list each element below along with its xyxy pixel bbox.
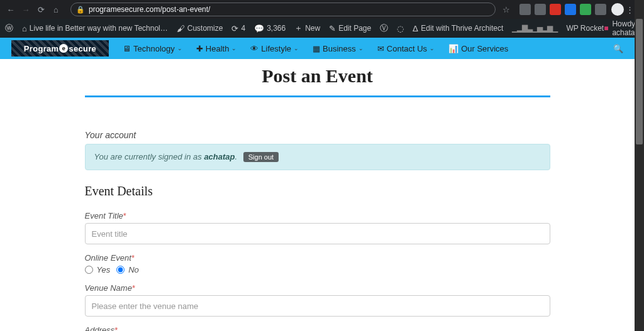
wp-site-title: Live life in Better way with new Technol… bbox=[30, 24, 168, 33]
nav-label: Business bbox=[323, 44, 356, 53]
sign-out-button[interactable]: Sign out bbox=[243, 152, 279, 162]
nav-icon: 🖥 bbox=[123, 44, 131, 53]
ext-5-icon[interactable] bbox=[580, 4, 591, 15]
wp-customize[interactable]: 🖌Customize bbox=[177, 24, 223, 33]
scrollbar-thumb[interactable] bbox=[636, 19, 643, 144]
nav-health[interactable]: ✚Health⌄ bbox=[196, 44, 237, 53]
address-bar[interactable]: 🔒 programesecure.com/post-an-event/ bbox=[70, 3, 496, 16]
plus-icon: ＋ bbox=[294, 23, 303, 34]
search-button[interactable]: 🔍 bbox=[613, 44, 623, 53]
nav-contact-us[interactable]: ✉Contact Us⌄ bbox=[377, 44, 435, 53]
wp-logo[interactable]: ⓦ bbox=[5, 23, 13, 34]
wp-rocket[interactable]: WP Rocket bbox=[566, 24, 604, 33]
nav-label: Contact Us bbox=[387, 44, 427, 53]
venue-label: Venue Name* bbox=[85, 283, 550, 293]
wp-new-label: New bbox=[305, 24, 320, 33]
online-yes-radio[interactable] bbox=[85, 266, 93, 274]
chevron-down-icon: ⌄ bbox=[177, 45, 182, 52]
nav-icon: 📊 bbox=[448, 44, 458, 53]
event-title-label: Event Title* bbox=[85, 211, 550, 220]
event-details-heading: Event Details bbox=[85, 184, 550, 198]
page-scrollbar[interactable] bbox=[635, 0, 644, 331]
nav-technology[interactable]: 🖥Technology⌄ bbox=[123, 44, 182, 53]
search-icon: 🔍 bbox=[613, 44, 623, 53]
vault-icon: Ⓥ bbox=[380, 23, 388, 34]
wp-vault[interactable]: Ⓥ bbox=[380, 23, 388, 34]
wp-opt[interactable]: ◌ bbox=[397, 24, 404, 33]
ext-6-icon[interactable] bbox=[595, 4, 606, 15]
nav-lifestyle[interactable]: 👁Lifestyle⌄ bbox=[250, 44, 299, 53]
event-title-input[interactable] bbox=[85, 223, 550, 244]
required-mark: * bbox=[123, 211, 126, 220]
notice-prefix: You are currently signed in as bbox=[94, 152, 204, 161]
required-mark: * bbox=[132, 283, 135, 293]
online-yes-label: Yes bbox=[97, 265, 111, 274]
online-no-label: No bbox=[128, 265, 139, 274]
site-logo[interactable]: Program e secure bbox=[11, 40, 109, 57]
ext-2-icon[interactable] bbox=[535, 4, 546, 15]
chevron-down-icon: ⌄ bbox=[294, 45, 299, 52]
notice-user: achatap bbox=[204, 152, 235, 161]
wp-notif[interactable]: ■ bbox=[604, 24, 608, 33]
online-no-radio[interactable] bbox=[116, 266, 125, 274]
account-heading: Your account bbox=[85, 130, 550, 140]
chevron-down-icon: ⌄ bbox=[430, 45, 435, 52]
nav-icon: ▦ bbox=[313, 44, 320, 53]
wp-site-link[interactable]: ⌂Live life in Better way with new Techno… bbox=[22, 24, 168, 33]
nav-our-services[interactable]: 📊Our Services bbox=[448, 44, 508, 53]
pencil-icon: ✎ bbox=[329, 24, 336, 33]
online-event-label: Online Event* bbox=[85, 253, 550, 263]
thrive-icon: ᐃ bbox=[413, 24, 418, 33]
wp-edit-page[interactable]: ✎Edit Page bbox=[329, 24, 371, 33]
required-mark: * bbox=[114, 325, 118, 331]
circle-icon: ◌ bbox=[397, 24, 404, 33]
brush-icon: 🖌 bbox=[177, 24, 185, 33]
nav-label: Our Services bbox=[461, 44, 508, 53]
toolbar-extensions: ☆ ⋮ bbox=[501, 3, 639, 16]
ext-1-icon[interactable] bbox=[519, 4, 531, 15]
ext-3-icon[interactable] bbox=[550, 4, 561, 15]
home-icon: ⌂ bbox=[22, 24, 27, 33]
home-icon[interactable]: ⌂ bbox=[50, 5, 62, 14]
profile-avatar[interactable] bbox=[611, 3, 624, 16]
logo-text-a: Program bbox=[24, 44, 59, 53]
required-mark: * bbox=[131, 253, 135, 263]
back-icon[interactable]: ← bbox=[5, 5, 16, 14]
venue-input[interactable] bbox=[85, 295, 550, 317]
menu-icon[interactable]: ⋮ bbox=[624, 5, 635, 14]
nav-label: Health bbox=[206, 44, 230, 53]
url-text: programesecure.com/post-an-event/ bbox=[89, 5, 210, 14]
bell-icon: ■ bbox=[604, 24, 608, 33]
chevron-down-icon: ⌄ bbox=[358, 45, 364, 52]
wp-customize-label: Customize bbox=[187, 24, 223, 33]
wp-updates-count: 4 bbox=[241, 24, 245, 33]
update-icon: ⟳ bbox=[231, 24, 238, 33]
logo-e-icon: e bbox=[59, 44, 68, 53]
event-title-label-text: Event Title bbox=[85, 211, 123, 220]
online-event-label-text: Online Event bbox=[85, 253, 131, 263]
wp-sparkline: ▁▂▇▃▁▅▂▆▁ bbox=[512, 24, 557, 33]
wp-thrive[interactable]: ᐃEdit with Thrive Architect bbox=[413, 24, 503, 33]
nav-business[interactable]: ▦Business⌄ bbox=[313, 44, 364, 53]
wp-new[interactable]: ＋New bbox=[294, 23, 320, 34]
reload-icon[interactable]: ⟳ bbox=[35, 5, 47, 14]
browser-toolbar: ← → ⟳ ⌂ 🔒 programesecure.com/post-an-eve… bbox=[0, 0, 644, 19]
address-label-text: Address bbox=[85, 325, 115, 331]
nav-icon: 👁 bbox=[250, 44, 258, 53]
venue-label-text: Venue Name bbox=[85, 283, 132, 293]
chevron-down-icon: ⌄ bbox=[231, 45, 236, 52]
ext-4-icon[interactable] bbox=[565, 4, 576, 15]
wp-comments[interactable]: 💬3,366 bbox=[254, 24, 286, 33]
star-icon[interactable]: ☆ bbox=[501, 5, 512, 14]
wordpress-icon: ⓦ bbox=[5, 23, 13, 34]
forward-icon[interactable]: → bbox=[20, 5, 31, 14]
page-title: Post an Event bbox=[85, 65, 550, 87]
title-rule bbox=[85, 95, 550, 97]
nav-icon: ✉ bbox=[377, 44, 384, 53]
nav-icon: ✚ bbox=[196, 44, 203, 53]
site-navbar: Program e secure 🖥Technology⌄✚Health⌄👁Li… bbox=[0, 38, 635, 59]
wp-updates[interactable]: ⟳4 bbox=[231, 24, 245, 33]
wp-comments-count: 3,366 bbox=[267, 24, 286, 33]
account-notice: You are currently signed in as achatap. … bbox=[85, 144, 550, 170]
notice-suffix: . bbox=[235, 152, 238, 161]
